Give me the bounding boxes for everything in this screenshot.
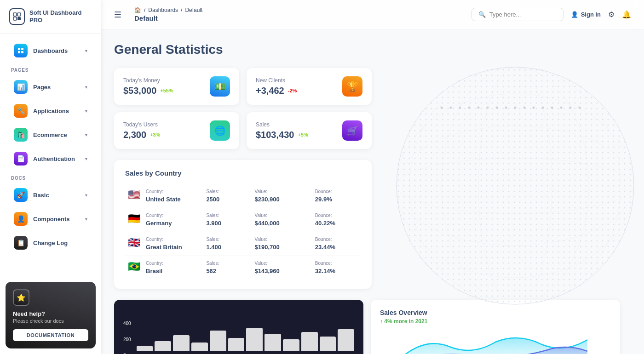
chevron-down-icon-ecommerce: ▾ [85,132,87,137]
sales-table: 🇺🇸 Country: United State Sales: 2500 Val… [125,184,361,280]
table-row: 🇺🇸 Country: United State Sales: 2500 Val… [125,184,361,208]
bounce-cell: Bounce: 23.44% [312,232,361,256]
svg-point-27 [397,126,634,246]
documentation-button[interactable]: DOCUMENTATION [13,329,88,341]
sales-cell: Sales: 562 [203,256,252,280]
changelog-icon: 📋 [14,236,28,250]
value-cell: Value: $230,900 [252,184,312,208]
svg-rect-7 [21,51,23,53]
svg-rect-0 [13,13,17,16]
country-cell: Country: Brasil [143,256,203,280]
sidebar-item-applications[interactable]: 🔧 Applications ▾ [5,99,97,122]
stat-badge-clients: -2% [288,88,297,93]
ecommerce-icon: 🛍️ [14,128,28,142]
flag-cell: 🇬🇧 [125,232,143,256]
sidebar: Soft UI Dashboard PRO Dashboards ▾ PAGES… [0,0,101,354]
dashboards-icon [14,44,28,57]
sidebar-item-label-ecommerce: Ecommerce [33,131,80,138]
stat-card-sales: Sales $103,430 +5% 🛒 [247,112,372,149]
svg-point-28 [397,94,634,278]
stat-info-sales: Sales $103,430 +5% [256,121,308,140]
bar-item [173,335,190,351]
chevron-down-icon-auth: ▾ [85,156,87,161]
breadcrumb-path: 🏠 / Dashboards / Default [134,7,202,13]
bar-item [137,346,153,351]
signin-button[interactable]: 👤 Sign in [571,11,601,18]
value-cell: Value: $440,000 [252,208,312,232]
sidebar-item-label-basic: Basic [33,192,80,199]
bar-chart-card: 400 200 0 JFMAMJJASOND [114,300,363,354]
svg-point-30 [442,67,589,304]
stat-badge-users: +3% [150,132,160,137]
country-cell: Country: United State [143,184,203,208]
table-row: 🇬🇧 Country: Great Britain Sales: 1.400 V… [125,232,361,256]
sidebar-item-authentication[interactable]: 📄 Authentication ▾ [5,147,97,170]
stat-label-sales: Sales [256,121,308,128]
svg-point-22 [560,107,563,109]
sidebar-nav: Dashboards ▾ PAGES 📊 Pages ▾ 🔧 Applicati… [0,34,101,276]
stat-label-users: Today's Users [123,121,160,128]
svg-rect-1 [17,13,21,16]
user-icon: 👤 [571,11,578,18]
applications-icon: 🔧 [14,104,28,118]
sales-cell: Sales: 2500 [203,184,252,208]
help-card: ⭐ Need help? Please check our docs DOCUM… [6,282,96,348]
svg-rect-32 [397,67,634,304]
help-subtitle: Please check our docs [13,318,88,324]
sales-cell: Sales: 3.900 [203,208,252,232]
bar-item [210,331,226,351]
svg-point-13 [477,107,480,109]
sidebar-item-dashboards[interactable]: Dashboards ▾ [5,39,97,62]
svg-point-10 [450,107,452,109]
svg-rect-2 [13,17,17,20]
stat-badge-money: +55% [160,88,173,93]
svg-point-21 [551,107,553,109]
stat-card-money: Today's Money $53,000 +55% 💵 [114,68,239,105]
sidebar-item-pages[interactable]: 📊 Pages ▾ [5,75,97,98]
stat-value-sales: $103,430 +5% [256,130,308,140]
stat-card-users: Today's Users 2,300 +3% 🌐 [114,112,239,149]
bar-item [246,328,263,351]
sidebar-item-ecommerce[interactable]: 🛍️ Ecommerce ▾ [5,123,97,146]
stat-value-users: 2,300 +3% [123,130,160,140]
sidebar-item-changelog[interactable]: 📋 Change Log [5,231,97,254]
svg-point-23 [569,107,572,109]
sales-by-country-card: Sales by Country 🇺🇸 Country: United Stat… [114,160,372,289]
content: General Statistics [101,29,644,354]
stat-card-clients: New Clients +3,462 -2% 🏆 [247,68,372,105]
stat-icon-sales: 🛒 [342,120,362,141]
flag-cell: 🇺🇸 [125,184,143,208]
stat-value-clients: +3,462 -2% [256,86,297,96]
sales-table-title: Sales by Country [125,169,361,177]
authentication-icon: 📄 [14,152,28,166]
sidebar-item-components[interactable]: 👤 Components ▾ [5,207,97,230]
bar-item [228,338,245,351]
stat-label-clients: New Clients [256,77,297,84]
notification-icon[interactable]: 🔔 [622,10,631,19]
sidebar-item-label-pages: Pages [33,84,80,91]
svg-rect-6 [18,51,20,53]
country-cell: Country: Germany [143,208,203,232]
bar-item [264,334,281,351]
svg-point-8 [396,66,635,305]
search-input[interactable] [489,11,557,18]
page-title: General Statistics [114,42,631,57]
logo-icon [9,8,25,25]
stat-info-users: Today's Users 2,300 +3% [123,121,160,140]
svg-point-11 [459,107,461,109]
sidebar-item-basic[interactable]: 🚀 Basic ▾ [5,183,97,206]
stat-value-money: $53,000 +55% [123,86,173,96]
section-title-pages: PAGES [0,63,101,74]
svg-point-9 [441,107,443,109]
value-cell: Value: $190,700 [252,232,312,256]
menu-icon[interactable]: ☰ [114,10,121,20]
search-box[interactable]: 🔍 [472,8,564,21]
breadcrumb: 🏠 / Dashboards / Default Default [134,7,202,22]
basic-icon: 🚀 [14,188,28,202]
components-icon: 👤 [14,212,28,226]
settings-icon[interactable]: ⚙ [608,10,615,19]
svg-point-26 [397,158,634,213]
bar-chart-area [137,314,354,351]
bar-chart-y-labels: 400 200 0 [123,321,131,354]
bar-item [320,337,336,351]
